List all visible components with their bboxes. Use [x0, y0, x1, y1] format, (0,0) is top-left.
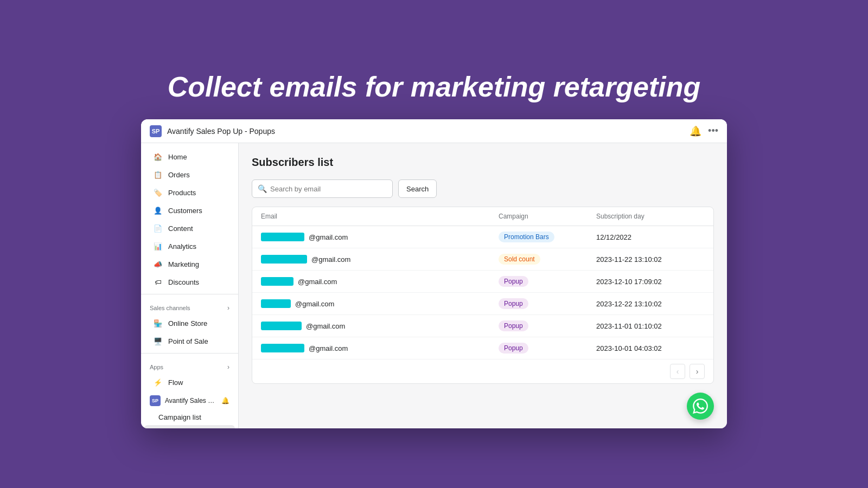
- search-row: 🔍 Search: [252, 179, 714, 198]
- subscribers-table: Email Campaign Subscription day @gmail.c…: [252, 207, 714, 384]
- sidebar-item-home[interactable]: 🏠 Home: [144, 148, 235, 165]
- search-icon: 🔍: [258, 184, 267, 193]
- search-input[interactable]: [270, 185, 387, 193]
- pagination-prev[interactable]: ‹: [670, 364, 685, 379]
- table-row: @gmail.com Popup 2023-12-22 13:10:02: [252, 293, 713, 315]
- marketing-icon: 📣: [153, 259, 163, 269]
- sidebar-item-content[interactable]: 📄 Content: [144, 220, 235, 237]
- avantify-bell-icon: 🔔: [221, 397, 229, 404]
- email-cell: @gmail.com: [261, 277, 499, 286]
- date-cell: 2023-10-01 04:03:02: [596, 344, 705, 352]
- table-row: @gmail.com Sold count 2023-11-22 13:10:0…: [252, 248, 713, 271]
- sidebar-item-discounts[interactable]: 🏷 Discounts: [144, 273, 235, 291]
- sidebar-label-home: Home: [168, 153, 187, 161]
- email-cell: @gmail.com: [261, 344, 499, 352]
- title-bar-actions: 🔔 •••: [690, 125, 718, 137]
- discounts-icon: 🏷: [153, 277, 163, 287]
- email-cell: @gmail.com: [261, 233, 499, 241]
- apps-arrow[interactable]: ›: [227, 363, 229, 371]
- sidebar-item-products[interactable]: 🏷️ Products: [144, 184, 235, 201]
- sidebar-label-products: Products: [168, 189, 196, 197]
- sales-channels-header: Sales channels ›: [141, 298, 238, 314]
- email-suffix: @gmail.com: [298, 278, 337, 286]
- sidebar-item-marketing[interactable]: 📣 Marketing: [144, 255, 235, 273]
- sales-channels-arrow[interactable]: ›: [227, 304, 229, 312]
- sidebar-item-pos[interactable]: 🖥️ Point of Sale: [144, 332, 235, 350]
- search-input-wrap[interactable]: 🔍: [252, 179, 393, 198]
- customers-icon: 👤: [153, 206, 163, 215]
- sidebar-label-customers: Customers: [168, 207, 202, 215]
- campaign-cell: Promotion Bars: [499, 232, 596, 242]
- sidebar-sub-subscribers[interactable]: Subscribers: [144, 425, 235, 428]
- email-cell: @gmail.com: [261, 322, 499, 330]
- date-cell: 2023-11-22 13:10:02: [596, 255, 705, 264]
- sidebar-divider-2: [141, 353, 238, 354]
- main-layout: 🏠 Home 📋 Orders 🏷️ Products 👤 Customers …: [141, 143, 727, 428]
- sidebar-item-online-store[interactable]: 🏪 Online Store: [144, 314, 235, 332]
- email-suffix: @gmail.com: [306, 322, 345, 330]
- sidebar-label-content: Content: [168, 224, 193, 233]
- sidebar-label-marketing: Marketing: [168, 260, 199, 268]
- products-icon: 🏷️: [153, 188, 163, 197]
- more-icon[interactable]: •••: [708, 125, 718, 137]
- home-icon: 🏠: [153, 152, 163, 162]
- table-row: @gmail.com Promotion Bars 12/12/2022: [252, 226, 713, 248]
- title-bar-text: Avantify Sales Pop Up - Popups: [167, 127, 690, 136]
- content-icon: 📄: [153, 223, 163, 233]
- email-cell: @gmail.com: [261, 299, 499, 308]
- headline: Collect emails for marketing retargeting: [0, 70, 868, 103]
- whatsapp-button[interactable]: [687, 393, 714, 420]
- date-cell: 2023-12-22 13:10:02: [596, 300, 705, 308]
- apps-header: Apps ›: [141, 357, 238, 373]
- sidebar-label-pos: Point of Sale: [168, 337, 208, 345]
- app-icon: SP: [150, 125, 162, 137]
- avantify-icon: SP: [150, 395, 161, 406]
- table-header: Email Campaign Subscription day: [252, 207, 713, 226]
- search-button[interactable]: Search: [398, 179, 437, 198]
- title-bar: SP Avantify Sales Pop Up - Popups 🔔 •••: [141, 119, 727, 143]
- sidebar-sub-campaign-list[interactable]: Campaign list: [141, 410, 238, 425]
- email-blur: [261, 233, 304, 241]
- campaign-cell: Sold count: [499, 254, 596, 265]
- col-subscription-day: Subscription day: [596, 213, 705, 220]
- apps-label: Apps: [150, 364, 163, 370]
- campaign-badge: Popup: [499, 276, 528, 287]
- campaign-cell: Popup: [499, 298, 596, 309]
- sidebar-label-flow: Flow: [168, 378, 183, 387]
- email-blur: [261, 322, 302, 330]
- table-row: @gmail.com Popup 2023-10-01 04:03:02: [252, 337, 713, 359]
- campaign-badge: Promotion Bars: [499, 232, 554, 242]
- sidebar-item-flow[interactable]: ⚡ Flow: [144, 374, 235, 391]
- page-title: Subscribers list: [252, 156, 714, 169]
- col-email: Email: [261, 213, 499, 220]
- analytics-icon: 📊: [153, 241, 163, 251]
- flow-icon: ⚡: [153, 377, 163, 387]
- table-row: @gmail.com Popup 2023-12-10 17:09:02: [252, 271, 713, 293]
- orders-icon: 📋: [153, 170, 163, 179]
- sidebar-item-customers[interactable]: 👤 Customers: [144, 202, 235, 219]
- pos-icon: 🖥️: [153, 336, 163, 346]
- online-store-icon: 🏪: [153, 318, 163, 328]
- campaign-cell: Popup: [499, 320, 596, 331]
- email-suffix: @gmail.com: [311, 255, 350, 264]
- email-suffix: @gmail.com: [309, 233, 348, 241]
- sidebar-item-avantify[interactable]: SP Avantify Sales Pop Up... 🔔: [141, 391, 238, 410]
- campaign-badge: Sold count: [499, 254, 540, 265]
- content-area: Subscribers list 🔍 Search Email Campaign…: [239, 143, 727, 428]
- app-window: SP Avantify Sales Pop Up - Popups 🔔 ••• …: [141, 119, 727, 428]
- sidebar-label-campaign-list: Campaign list: [158, 413, 201, 421]
- date-cell: 12/12/2022: [596, 233, 705, 241]
- sidebar-label-analytics: Analytics: [168, 242, 196, 251]
- bell-icon[interactable]: 🔔: [690, 125, 701, 137]
- pagination-next[interactable]: ›: [690, 364, 705, 379]
- sidebar-item-analytics[interactable]: 📊 Analytics: [144, 237, 235, 255]
- campaign-cell: Popup: [499, 343, 596, 354]
- date-cell: 2023-11-01 01:10:02: [596, 322, 705, 330]
- email-blur: [261, 277, 293, 286]
- sidebar-item-orders[interactable]: 📋 Orders: [144, 166, 235, 183]
- campaign-badge: Popup: [499, 320, 528, 331]
- campaign-badge: Popup: [499, 298, 528, 309]
- email-blur: [261, 255, 307, 264]
- email-blur: [261, 344, 304, 352]
- col-campaign: Campaign: [499, 213, 596, 220]
